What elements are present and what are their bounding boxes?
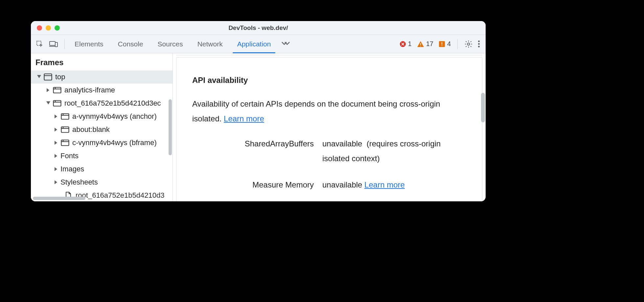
sidebar-horizontal-scrollbar[interactable] — [33, 197, 85, 200]
svg-rect-30 — [61, 127, 69, 133]
svg-rect-22 — [54, 101, 61, 106]
tab-console[interactable]: Console — [111, 35, 150, 53]
window-controls — [37, 25, 60, 31]
sidebar-panel: Frames top — [31, 53, 173, 201]
tree-label: Images — [60, 165, 84, 173]
sidebar-vertical-scrollbar[interactable] — [169, 99, 172, 155]
device-toolbar-icon[interactable] — [48, 38, 59, 50]
errors-count: 1 — [408, 40, 412, 48]
frame-item[interactable]: analytics-iframe — [31, 84, 172, 97]
devtools-tabbar: Elements Console Sources Network Applica… — [31, 35, 486, 53]
frame-item[interactable]: about:blank — [31, 123, 172, 136]
svg-rect-34 — [61, 140, 69, 146]
svg-rect-18 — [54, 88, 61, 93]
sidebar-section-title: Frames — [31, 53, 172, 70]
frame-label: top — [55, 73, 65, 81]
tab-application[interactable]: Application — [230, 35, 278, 53]
iframe-icon — [60, 126, 70, 133]
main-vertical-scrollbar[interactable] — [481, 93, 485, 122]
frame-label: c-vynmy4vb4wys (bframe) — [72, 138, 157, 147]
svg-rect-15 — [44, 74, 52, 80]
warnings-badge[interactable]: 17 — [417, 40, 433, 48]
expand-icon[interactable] — [37, 75, 41, 79]
main-panel: API availability Availability of certain… — [173, 53, 486, 201]
tab-network[interactable]: Network — [190, 35, 230, 53]
warning-icon — [417, 41, 424, 47]
panel-tabs: Elements Console Sources Network Applica… — [67, 35, 294, 53]
expand-icon[interactable] — [54, 140, 58, 145]
frame-label: analytics-iframe — [64, 86, 115, 94]
panel-heading: API availability — [192, 73, 466, 88]
api-name: SharedArrayBuffers — [192, 136, 314, 151]
inspect-element-icon[interactable] — [34, 38, 45, 50]
separator — [64, 39, 65, 49]
expand-icon[interactable] — [54, 167, 58, 171]
tree-category-images[interactable]: Images — [31, 163, 172, 176]
svg-marker-25 — [55, 114, 57, 118]
tree-label: Stylesheets — [60, 178, 98, 187]
api-availability-panel: API availability Availability of certain… — [176, 57, 482, 201]
expand-icon[interactable] — [54, 114, 58, 119]
separator — [457, 39, 458, 49]
svg-rect-11 — [442, 42, 442, 45]
iframe-icon — [60, 139, 70, 146]
frame-label: a-vynmy4vb4wys (anchor) — [72, 112, 157, 121]
api-grid: SharedArrayBuffers unavailable (requires… — [192, 136, 466, 192]
svg-marker-17 — [47, 88, 49, 92]
svg-rect-12 — [442, 45, 442, 46]
titlebar: DevTools - web.dev/ — [31, 21, 486, 35]
svg-rect-3 — [55, 42, 58, 47]
more-tabs-icon[interactable] — [278, 35, 294, 53]
svg-marker-38 — [55, 167, 57, 171]
tree-label: Fonts — [60, 152, 79, 160]
settings-icon[interactable] — [464, 40, 473, 48]
tab-elements[interactable]: Elements — [67, 35, 111, 53]
svg-marker-21 — [46, 101, 50, 105]
more-options-icon[interactable] — [477, 40, 481, 47]
expand-icon[interactable] — [54, 127, 58, 132]
expand-icon[interactable] — [46, 88, 51, 92]
svg-marker-39 — [55, 180, 57, 184]
expand-icon[interactable] — [54, 180, 58, 185]
api-status: unavailable (requires cross-origin isola… — [322, 136, 466, 166]
svg-marker-37 — [55, 154, 57, 158]
warnings-count: 17 — [426, 40, 433, 48]
learn-more-link[interactable]: Learn more — [224, 114, 264, 123]
svg-marker-33 — [55, 141, 57, 145]
tab-sources[interactable]: Sources — [150, 35, 190, 53]
console-counters[interactable]: 1 17 4 — [400, 40, 451, 48]
svg-rect-26 — [61, 114, 69, 119]
svg-rect-8 — [420, 43, 421, 45]
svg-marker-29 — [55, 128, 57, 132]
api-status: unavailable Learn more — [322, 177, 466, 192]
tree-category-stylesheets[interactable]: Stylesheets — [31, 176, 172, 189]
devtools-window: DevTools - web.dev/ Elements Console — [31, 21, 486, 201]
tree-category-fonts[interactable]: Fonts — [31, 149, 172, 163]
errors-badge[interactable]: 1 — [400, 40, 412, 48]
frame-item[interactable]: c-vynmy4vb4wys (bframe) — [31, 136, 172, 149]
svg-rect-9 — [420, 46, 421, 46]
svg-marker-14 — [37, 75, 41, 78]
api-name: Measure Memory — [192, 177, 314, 192]
frame-item[interactable]: a-vynmy4vb4wys (anchor) — [31, 110, 172, 123]
frame-item[interactable]: root_616a752e1b5d4210d3ec — [31, 97, 172, 110]
zoom-icon[interactable] — [55, 25, 60, 31]
window-title: DevTools - web.dev/ — [31, 24, 486, 32]
issues-badge[interactable]: 4 — [439, 40, 451, 48]
content-area: Frames top — [31, 53, 486, 201]
expand-icon[interactable] — [46, 101, 51, 106]
expand-icon[interactable] — [54, 154, 58, 158]
close-icon[interactable] — [37, 25, 42, 31]
learn-more-link[interactable]: Learn more — [364, 180, 405, 189]
iframe-icon — [60, 113, 70, 120]
frame-top[interactable]: top — [31, 70, 172, 84]
error-icon — [400, 41, 406, 47]
iframe-icon — [53, 100, 62, 107]
frames-tree: top analytics-iframe — [31, 70, 172, 201]
iframe-icon — [53, 87, 62, 93]
frame-label: about:blank — [72, 125, 110, 134]
status-text: unavailable — [322, 180, 362, 189]
panel-description: Availability of certain APIs depends on … — [192, 96, 466, 126]
minimize-icon[interactable] — [46, 25, 51, 31]
window-icon — [43, 73, 53, 81]
